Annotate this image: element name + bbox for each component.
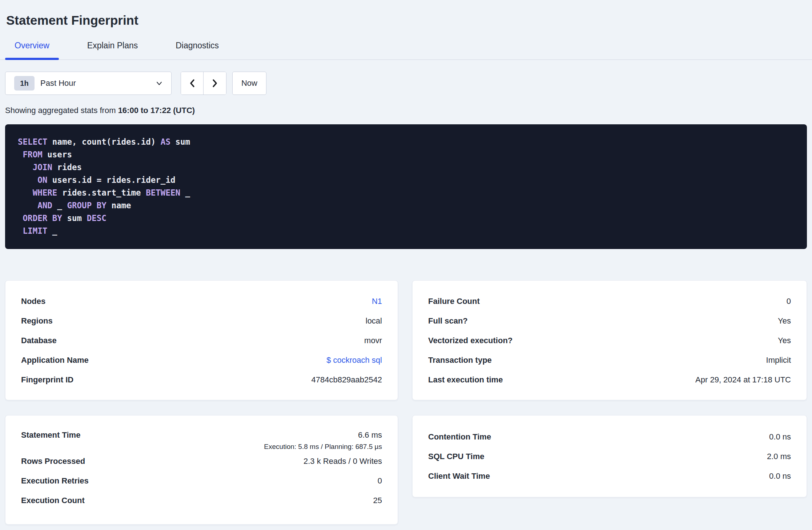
row-value-detail: Execution: 5.8 ms / Planning: 687.5 µs — [264, 442, 382, 451]
rows-processed-row: Rows Processed 2.3 k Reads / 0 Writes — [21, 451, 382, 471]
sql-keyword: GROUP BY — [67, 201, 106, 210]
statement-fingerprint-page: Statement Fingerprint Overview Explain P… — [0, 0, 812, 530]
sql-keyword: LIMIT — [23, 226, 48, 236]
contention-time-row: Contention Time 0.0 ns — [428, 427, 791, 447]
client-wait-time-row: Client Wait Time 0.0 ns — [428, 466, 791, 486]
statement-times-card: Statement Time 6.6 ms Execution: 5.8 ms … — [5, 415, 398, 525]
previous-range-button[interactable] — [181, 72, 204, 95]
failure-count-row: Failure Count 0 — [428, 292, 791, 311]
row-label: Last execution time — [428, 375, 503, 385]
tab-bar: Overview Explain Plans Diagnostics — [0, 39, 812, 60]
sql-text: sum — [62, 213, 87, 223]
row-value: 25 — [373, 496, 382, 505]
row-label: Database — [21, 336, 57, 345]
chevron-down-icon — [155, 79, 163, 87]
next-range-button[interactable] — [204, 72, 226, 95]
tab-overview[interactable]: Overview — [5, 39, 59, 59]
application-name-row: Application Name $ cockroach sql — [21, 350, 382, 370]
row-value: local — [366, 316, 382, 326]
sql-text: _ — [180, 188, 190, 197]
database-row: Database movr — [21, 331, 382, 350]
sql-text — [18, 188, 33, 197]
row-label: Vectorized execution? — [428, 336, 512, 345]
sql-text — [18, 162, 33, 172]
time-range-controls: 1h Past Hour — [5, 72, 807, 95]
sql-keyword: ON — [37, 175, 47, 185]
row-value: movr — [364, 336, 382, 345]
row-label: Fingerprint ID — [21, 375, 73, 385]
wait-times-card: Contention Time 0.0 ns SQL CPU Time 2.0 … — [412, 415, 807, 497]
row-value: 4784cb829aab2542 — [311, 375, 382, 385]
sql-line: AND _ GROUP BY name — [18, 199, 794, 212]
statement-details-card: Nodes N1 Regions local Database movr App… — [5, 280, 398, 400]
sql-line: ON users.id = rides.rider_id — [18, 174, 794, 186]
sql-cpu-time-row: SQL CPU Time 2.0 ms — [428, 447, 791, 466]
execution-retries-row: Execution Retries 0 — [21, 471, 382, 491]
row-value: Yes — [778, 336, 791, 345]
row-value: 0 — [787, 297, 791, 306]
sql-text — [18, 201, 37, 210]
sql-line: ORDER BY sum DESC — [18, 212, 794, 225]
sql-keyword: AS — [161, 137, 170, 146]
sql-text — [18, 213, 23, 223]
nodes-link[interactable]: N1 — [372, 297, 382, 306]
sql-text: sum — [170, 137, 190, 146]
row-value: Yes — [778, 316, 791, 326]
sql-line: LIMIT _ — [18, 225, 794, 237]
time-range-dropdown[interactable]: 1h Past Hour — [5, 72, 172, 95]
row-value: 2.3 k Reads / 0 Writes — [304, 457, 382, 466]
row-label: Execution Retries — [21, 476, 89, 486]
sql-keyword: AND — [37, 201, 52, 210]
sql-line: WHERE rides.start_time BETWEEN _ — [18, 186, 794, 199]
summary-cards: Nodes N1 Regions local Database movr App… — [5, 280, 807, 525]
statement-time-row: Statement Time 6.6 ms Execution: 5.8 ms … — [21, 425, 382, 451]
sql-text — [18, 226, 23, 236]
transaction-type-row: Transaction type Implicit — [428, 350, 791, 370]
tab-explain-plans[interactable]: Explain Plans — [78, 39, 147, 59]
row-label: Application Name — [21, 356, 89, 365]
chevron-right-icon — [210, 79, 219, 88]
tab-explain-plans-label: Explain Plans — [87, 41, 138, 50]
row-label: Nodes — [21, 297, 45, 306]
row-label: Failure Count — [428, 297, 480, 306]
row-label: Full scan? — [428, 316, 468, 326]
time-range-step-group — [181, 72, 226, 95]
execution-attributes-card: Failure Count 0 Full scan? Yes Vectorize… — [412, 280, 807, 400]
sql-text — [18, 150, 23, 159]
statement-time-values: 6.6 ms Execution: 5.8 ms / Planning: 687… — [264, 425, 382, 451]
row-label: SQL CPU Time — [428, 452, 484, 461]
aggregated-stats-line: Showing aggregated stats from 16:00 to 1… — [5, 106, 807, 115]
sql-text: _ — [52, 201, 67, 210]
sql-keyword: BETWEEN — [146, 188, 180, 197]
row-value: Implicit — [766, 356, 791, 365]
time-interval-badge: 1h — [14, 76, 35, 91]
row-label: Client Wait Time — [428, 471, 490, 481]
sql-keyword: WHERE — [33, 188, 57, 197]
execution-count-row: Execution Count 25 — [21, 491, 382, 510]
tab-diagnostics[interactable]: Diagnostics — [166, 39, 228, 59]
row-label: Statement Time — [21, 425, 80, 445]
sql-text — [18, 175, 37, 185]
row-label: Rows Processed — [21, 457, 85, 466]
sql-keyword: JOIN — [33, 162, 52, 172]
aggregated-stats-prefix: Showing aggregated stats from — [5, 106, 118, 115]
vectorized-execution-row: Vectorized execution? Yes — [428, 331, 791, 350]
full-scan-row: Full scan? Yes — [428, 311, 791, 331]
row-value: 0.0 ns — [769, 432, 791, 442]
chevron-left-icon — [188, 79, 197, 88]
row-label: Contention Time — [428, 432, 491, 442]
row-value: 0 — [378, 476, 382, 486]
fingerprint-id-row: Fingerprint ID 4784cb829aab2542 — [21, 370, 382, 390]
application-name-link[interactable]: $ cockroach sql — [326, 356, 382, 365]
row-value: Apr 29, 2024 at 17:18 UTC — [695, 375, 791, 385]
sql-line: SELECT name, count(rides.id) AS sum — [18, 136, 794, 148]
last-execution-time-row: Last execution time Apr 29, 2024 at 17:1… — [428, 370, 791, 390]
tab-diagnostics-label: Diagnostics — [176, 41, 219, 50]
now-button[interactable]: Now — [232, 72, 266, 95]
page-title: Statement Fingerprint — [5, 0, 807, 28]
tab-overview-label: Overview — [15, 41, 49, 50]
row-value: 2.0 ms — [767, 452, 791, 461]
row-label: Transaction type — [428, 356, 492, 365]
nodes-row: Nodes N1 — [21, 292, 382, 311]
sql-text: name, count(rides.id) — [47, 137, 161, 146]
